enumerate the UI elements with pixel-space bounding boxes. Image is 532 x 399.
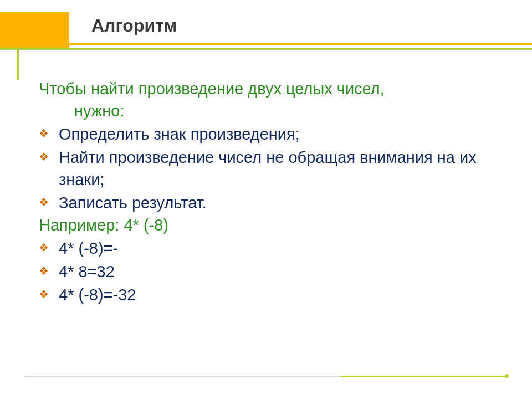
intro-text: Чтобы найти произведение двух целых чисе… <box>39 78 499 122</box>
title-bar: Алгоритм <box>0 12 532 48</box>
example-text: 4* (-8)=-32 <box>59 284 499 306</box>
diamond-bullet-icon <box>39 237 59 258</box>
title-accent-box <box>0 12 69 48</box>
diamond-bullet-icon <box>39 260 59 282</box>
diamond-bullet-icon <box>39 284 59 305</box>
step-item: Определить знак произведения; <box>39 123 499 145</box>
diamond-bullet-icon <box>39 123 59 144</box>
example-item: 4* (-8)=-32 <box>39 284 499 306</box>
slide: Алгоритм Чтобы найти произведение двух ц… <box>0 0 532 399</box>
example-label: Например: 4* (-8) <box>39 214 499 236</box>
title-line-bottom <box>0 48 532 50</box>
step-item: Записать результат. <box>39 192 499 214</box>
example-item: 4* (-8)=- <box>39 237 499 259</box>
example-item: 4* 8=32 <box>39 260 499 283</box>
footer-divider <box>23 376 509 377</box>
step-text: Записать результат. <box>59 192 499 214</box>
step-text: Найти произведение чисел не обращая вним… <box>59 146 499 191</box>
example-text: 4* (-8)=- <box>59 237 499 259</box>
title-line-top <box>0 43 532 45</box>
slide-content: Чтобы найти произведение двух целых чисе… <box>39 78 499 306</box>
step-item: Найти произведение чисел не обращая вним… <box>39 146 499 191</box>
step-text: Определить знак произведения; <box>59 123 499 145</box>
intro-line-2: нужно: <box>39 100 499 122</box>
slide-title: Алгоритм <box>91 16 177 36</box>
example-text: 4* 8=32 <box>59 260 499 283</box>
diamond-bullet-icon <box>39 192 59 213</box>
intro-line-1: Чтобы найти произведение двух целых чисе… <box>39 80 385 98</box>
diamond-bullet-icon <box>39 146 59 167</box>
